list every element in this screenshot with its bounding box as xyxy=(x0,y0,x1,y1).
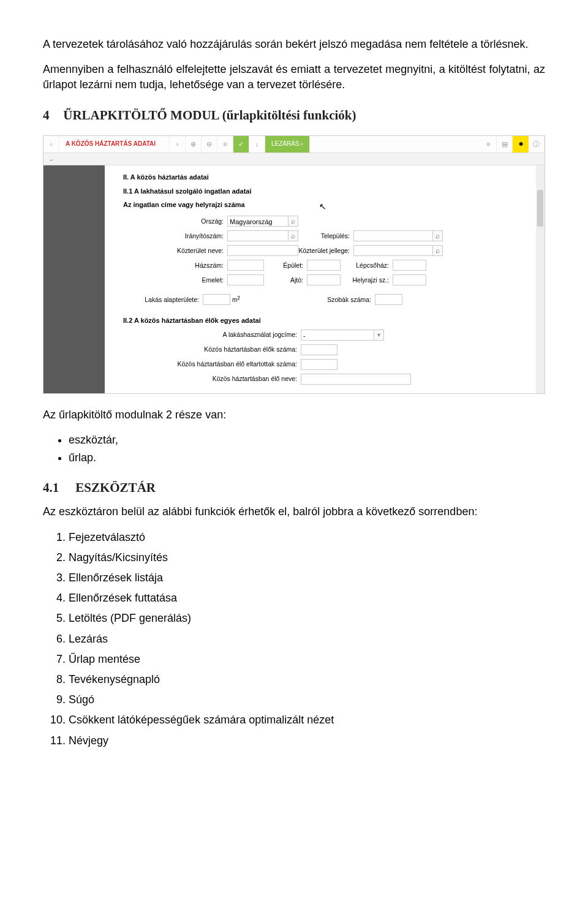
cursor-icon: ↖ xyxy=(319,201,326,213)
ajto-input[interactable] xyxy=(307,274,341,285)
jogcim-label: A lakáshasználat jogcíme: xyxy=(123,330,301,339)
alapterulet-input[interactable] xyxy=(203,294,230,305)
paragraph-2: Amennyiben a felhasználó elfelejtette je… xyxy=(43,62,545,92)
paragraph-3: Az űrlapkitöltő modulnak 2 része van: xyxy=(43,407,545,423)
minibar: ⌄ xyxy=(43,153,545,165)
paragraph-4: Az eszköztáron belül az alábbi funkciók … xyxy=(43,504,545,519)
kozterulet-jellege-input[interactable] xyxy=(353,245,433,256)
alapterulet-label: Lakás alapterülete: xyxy=(123,295,203,304)
info-icon[interactable]: ⓘ xyxy=(529,136,545,153)
emelet-label: Emelet: xyxy=(123,276,227,285)
elo-neve-input[interactable] xyxy=(301,374,411,385)
left-margin xyxy=(43,165,105,393)
list-item: űrlap. xyxy=(69,450,545,466)
elok-input[interactable] xyxy=(301,344,337,355)
list-item: Tevékenységnapló xyxy=(69,672,545,687)
search-icon[interactable]: ⌕ xyxy=(288,216,298,227)
lepcsohaz-input[interactable] xyxy=(393,260,426,271)
toolbar: ‹ A KÖZÖS HÁZTARTÁS ADATAI › ⊕ ⊖ ≡ ✓ ↓ L… xyxy=(43,136,545,153)
emelet-input[interactable] xyxy=(227,274,264,285)
list-item: Ellenőrzések listája xyxy=(69,570,545,586)
telepules-input[interactable] xyxy=(353,230,433,241)
eltartottak-input[interactable] xyxy=(301,359,337,370)
list-item: Ellenőrzések futtatása xyxy=(69,590,545,606)
elo-neve-label: Közös háztartásban élő neve: xyxy=(123,374,301,383)
kozterulet-neve-input[interactable] xyxy=(227,245,298,256)
hazszam-label: Házszám: xyxy=(123,261,227,270)
prev-chapter-button[interactable]: ‹ xyxy=(43,136,59,153)
run-checks-button[interactable]: ✓ xyxy=(233,136,249,153)
helyrajzi-label: Helyrajzi sz.: xyxy=(341,276,393,285)
zoom-in-icon[interactable]: ⊕ xyxy=(186,136,202,153)
section-sub-3: II.2 A közös háztartásban élők egyes ada… xyxy=(123,316,518,325)
lepcsohaz-label: Lépcsőház: xyxy=(341,261,393,270)
heading-4-num: 4 xyxy=(43,107,60,124)
log-icon[interactable]: ▤ xyxy=(497,136,513,153)
next-chapter-button[interactable]: › xyxy=(170,136,186,153)
heading-4-1-title: ESZKÖZTÁR xyxy=(75,480,156,495)
download-icon[interactable]: ↓ xyxy=(249,136,265,153)
section-sub-1: II.1 A lakhatásul szolgáló ingatlan adat… xyxy=(123,187,518,196)
ajto-label: Ajtó: xyxy=(264,276,307,285)
search-icon[interactable]: ⌕ xyxy=(288,230,298,241)
heading-4-title: ŰRLAPKITÖLTŐ MODUL (űrlapkitöltési funkc… xyxy=(63,108,356,123)
zoom-out-icon[interactable]: ⊖ xyxy=(202,136,217,153)
szobak-input[interactable] xyxy=(375,294,402,305)
szobak-label: Szobák száma: xyxy=(240,295,375,304)
helyrajzi-input[interactable] xyxy=(393,274,426,285)
eltartottak-label: Közös háztartásban élő eltartottak száma… xyxy=(123,360,301,369)
orszag-label: Ország: xyxy=(123,217,227,226)
checks-list-icon[interactable]: ≡ xyxy=(217,136,233,153)
heading-4: 4 ŰRLAPKITÖLTŐ MODUL (űrlapkitöltési fun… xyxy=(43,107,545,124)
close-button-label: LEZÁRÁS xyxy=(271,140,300,148)
list-item: Lezárás xyxy=(69,632,545,647)
epulet-label: Épület: xyxy=(264,261,307,270)
section-title: II. A közös háztartás adatai xyxy=(123,173,518,182)
kozterulet-neve-label: Közterület neve: xyxy=(123,246,227,255)
epulet-input[interactable] xyxy=(307,260,341,271)
list-item: Letöltés (PDF generálás) xyxy=(69,611,545,626)
heading-4-1-num: 4.1 xyxy=(43,479,72,497)
hazszam-input[interactable] xyxy=(227,260,264,271)
iranyitoszam-input[interactable] xyxy=(227,230,288,241)
iranyitoszam-label: Irányítószám: xyxy=(123,232,227,241)
m2-unit: m2 xyxy=(232,295,240,304)
save-icon[interactable]: ≡ xyxy=(481,136,497,153)
list-item: Névjegy xyxy=(69,733,545,749)
close-button[interactable]: LEZÁRÁS › xyxy=(265,136,310,153)
form-paper: ↖ II. A közös háztartás adatai II.1 A la… xyxy=(105,165,536,393)
heading-4-1: 4.1 ESZKÖZTÁR xyxy=(43,479,545,497)
kozterulet-jellege-label: Közterület jellege: xyxy=(298,246,353,255)
paragraph-1: A tervezetek tárolásához való hozzájárul… xyxy=(43,37,545,52)
list-item: Csökkent látóképességűek számára optimal… xyxy=(69,712,545,728)
list-item: Fejezetválasztó xyxy=(69,530,545,545)
search-icon[interactable]: ⌕ xyxy=(433,230,443,241)
telepules-label: Település: xyxy=(298,232,353,241)
search-icon[interactable]: ⌕ xyxy=(433,245,443,256)
elok-label: Közös háztartásban élők száma: xyxy=(123,345,301,354)
list-item: Nagyítás/Kicsinyítés xyxy=(69,550,545,565)
highlight-view-icon[interactable]: ⁕ xyxy=(513,136,529,153)
form-screenshot: ‹ A KÖZÖS HÁZTARTÁS ADATAI › ⊕ ⊖ ≡ ✓ ↓ L… xyxy=(43,135,545,394)
orszag-input[interactable]: Magyarország xyxy=(227,216,288,227)
scrollbar[interactable] xyxy=(536,165,545,393)
chevron-down-icon[interactable]: ⌄ xyxy=(43,153,58,165)
jogcim-select[interactable]: - xyxy=(301,330,374,341)
list-item: eszköztár, xyxy=(69,432,545,448)
chapter-title: A KÖZÖS HÁZTARTÁS ADATAI xyxy=(59,136,170,153)
chevron-down-icon[interactable]: ▾ xyxy=(374,330,384,341)
list-item: Súgó xyxy=(69,692,545,707)
list-item: Űrlap mentése xyxy=(69,652,545,667)
